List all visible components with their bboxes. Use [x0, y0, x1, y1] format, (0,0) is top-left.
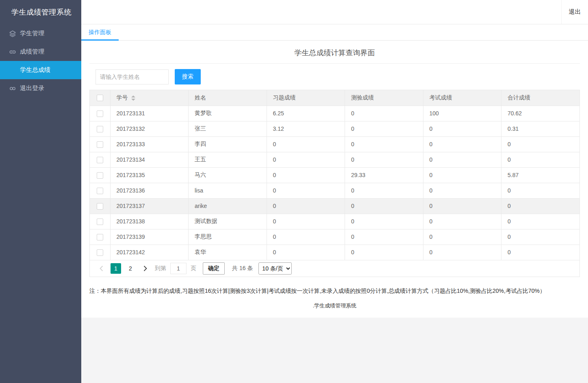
main-area: 退出 操作面板 学生总成绩计算查询界面 搜索: [81, 0, 588, 383]
cell-student-id: 201723135: [110, 167, 189, 183]
cell-exercise-score: 0: [267, 183, 345, 198]
confirm-button[interactable]: 确定: [203, 262, 225, 275]
cell-total-score: 0: [501, 229, 580, 245]
column-header-quiz: 测验成绩: [345, 90, 423, 106]
cell-exam-score: 0: [423, 152, 501, 167]
row-checkbox[interactable]: [97, 157, 103, 163]
results-table-box: 学号 姓名 习题成绩 测验成绩 考试成绩 合计成绩 201723131黄梦歌6.…: [89, 90, 580, 277]
select-all-cell: [90, 90, 110, 106]
row-checkbox[interactable]: [97, 203, 103, 210]
cell-quiz-score: 0: [345, 214, 423, 229]
sidebar-item-logout[interactable]: 退出登录: [0, 79, 81, 97]
cell-total-score: 0: [501, 214, 580, 229]
page-size-select[interactable]: 10 条/页: [258, 262, 292, 275]
cell-exam-score: 0: [423, 183, 501, 198]
row-checkbox[interactable]: [97, 234, 103, 240]
infinity-icon: [9, 85, 16, 92]
cell-exercise-score: 0: [267, 229, 345, 245]
chevron-right-icon[interactable]: [140, 263, 150, 274]
note-text: 注：本界面所有成绩为计算后的成绩,习题按照16次计算|测验按3次计算|考试成绩按…: [89, 288, 580, 295]
select-all-checkbox[interactable]: [97, 95, 103, 101]
logout-button[interactable]: 退出: [561, 0, 588, 24]
cell-exam-score: 0: [423, 167, 501, 183]
column-header-label: 学号: [117, 94, 128, 101]
row-checkbox-cell: [90, 183, 110, 198]
row-checkbox[interactable]: [97, 141, 103, 148]
row-checkbox-cell: [90, 214, 110, 229]
cell-exercise-score: 0: [267, 136, 345, 152]
row-checkbox[interactable]: [97, 172, 103, 179]
total-count-label: 共 16 条: [232, 265, 253, 272]
tab-operation-panel[interactable]: 操作面板: [81, 24, 119, 40]
table-row: 201723139李思思0000: [90, 229, 579, 245]
table-row: 201723135马六029.3305.87: [90, 167, 579, 183]
cell-total-score: 0: [501, 152, 580, 167]
cell-total-score: 5.87: [501, 167, 580, 183]
table-row: 201723142袁华0000: [90, 245, 579, 260]
chevron-left-icon[interactable]: [96, 263, 106, 274]
cell-exercise-score: 0: [267, 167, 345, 183]
search-row: 搜索: [95, 69, 580, 84]
sidebar-item-label: 成绩管理: [20, 48, 44, 56]
row-checkbox-cell: [90, 229, 110, 245]
cell-exam-score: 0: [423, 229, 501, 245]
sidebar-item-student-management[interactable]: 学生管理: [0, 24, 81, 43]
column-header-name: 姓名: [189, 90, 267, 106]
cell-name: 马六: [189, 167, 267, 183]
row-checkbox-cell: [90, 198, 110, 214]
table-header-row: 学号 姓名 习题成绩 测验成绩 考试成绩 合计成绩: [90, 90, 579, 106]
cell-exercise-score: 0: [267, 245, 345, 260]
page-title: 学生总成绩计算查询界面: [89, 41, 580, 64]
row-checkbox-cell: [90, 245, 110, 260]
page-2-button[interactable]: 2: [125, 263, 136, 274]
cell-student-id: 201723137: [110, 198, 189, 214]
topbar: 退出: [81, 0, 588, 24]
footer-text: .学生成绩管理系统: [89, 302, 580, 309]
cell-quiz-score: 0: [345, 152, 423, 167]
table-row: 201723131黄梦歌6.25010070.62: [90, 106, 579, 121]
table-row: 201723132张三3.12000.31: [90, 121, 579, 136]
cell-quiz-score: 0: [345, 229, 423, 245]
link-icon: [9, 48, 16, 56]
row-checkbox[interactable]: [97, 110, 103, 117]
search-input[interactable]: [95, 69, 169, 84]
sidebar-item-label: 退出登录: [20, 84, 44, 92]
cell-student-id: 201723134: [110, 152, 189, 167]
search-button[interactable]: 搜索: [175, 69, 201, 84]
row-checkbox[interactable]: [97, 126, 103, 132]
cell-quiz-score: 29.33: [345, 167, 423, 183]
cell-exercise-score: 0: [267, 152, 345, 167]
sidebar-item-label: 学生总成绩: [20, 66, 50, 74]
app: 学生成绩管理系统 学生管理 成绩管理 学生总成绩: [0, 0, 588, 383]
cell-name: 张三: [189, 121, 267, 136]
cell-name: 黄梦歌: [189, 106, 267, 121]
cell-quiz-score: 0: [345, 106, 423, 121]
cell-name: 袁华: [189, 245, 267, 260]
cell-student-id: 201723131: [110, 106, 189, 121]
cell-quiz-score: 0: [345, 198, 423, 214]
sidebar: 学生成绩管理系统 学生管理 成绩管理 学生总成绩: [0, 0, 81, 383]
row-checkbox[interactable]: [97, 219, 103, 225]
cell-name: 测试数据: [189, 214, 267, 229]
goto-page-input[interactable]: [170, 263, 187, 274]
sort-icon[interactable]: [131, 95, 135, 101]
sidebar-item-label: 学生管理: [20, 30, 44, 37]
cell-name: arike: [189, 198, 267, 214]
row-checkbox[interactable]: [97, 249, 103, 256]
main-content: 学生总成绩计算查询界面 搜索: [81, 41, 588, 318]
blank-icon: [9, 67, 16, 74]
cell-total-score: 0: [501, 183, 580, 198]
sidebar-item-grade-management[interactable]: 成绩管理: [0, 43, 81, 61]
sidebar-menu: 学生管理 成绩管理 学生总成绩 退出登录: [0, 24, 81, 97]
cell-student-id: 201723142: [110, 245, 189, 260]
sidebar-item-total-grades[interactable]: 学生总成绩: [0, 61, 81, 79]
row-checkbox[interactable]: [97, 188, 103, 194]
column-header-exercise: 习题成绩: [267, 90, 345, 106]
page-1-button[interactable]: 1: [111, 263, 121, 274]
cell-exam-score: 100: [423, 106, 501, 121]
cell-total-score: 0: [501, 245, 580, 260]
table-row: 201723138测试数据0000: [90, 214, 579, 229]
cell-quiz-score: 0: [345, 183, 423, 198]
column-header-student-id[interactable]: 学号: [110, 90, 189, 106]
goto-label: 到第: [155, 265, 166, 272]
